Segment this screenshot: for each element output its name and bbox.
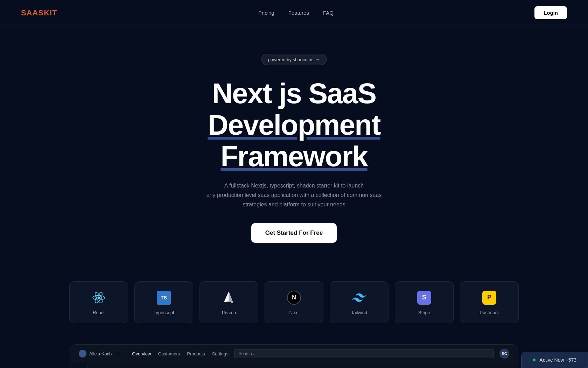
nav-faq[interactable]: FAQ [323,10,334,16]
status-text: Active Now +573 [540,357,576,363]
dashboard-main: Dashboard 📅 Jan 20, 2023 - Feb 09, 2023 … [88,363,518,368]
status-dot [533,359,536,361]
svg-point-0 [98,296,100,299]
main-nav: Pricing Features FAQ [258,10,334,16]
tech-card-prisma[interactable]: Prisma [200,281,258,323]
react-icon [91,290,107,306]
hero-title-line2: Development Framework [208,109,380,172]
tech-label-postmark: Postmark [480,310,499,315]
hero-subtitle-line2: any production level saas application wi… [206,192,382,207]
tech-card-react[interactable]: React [69,281,128,323]
nav-features[interactable]: Features [288,10,309,16]
hero-title-line1: Next js SaaS [212,77,376,109]
user-name: Alicia Koch [89,351,112,356]
tech-label-stripe: Stripe [418,310,430,315]
tech-card-typescript[interactable]: TS Typescript [134,281,193,323]
powered-badge[interactable]: powered by shadcn ui → [261,54,327,65]
prisma-icon [221,290,237,306]
tech-stack-section: React TS Typescript Prisma N Next Tai [0,264,588,337]
logo-part2: KIT [44,8,57,17]
tech-label-tailwind: Tailwind [351,310,367,315]
status-bar: Active Now +573 [521,352,588,368]
dashboard-sidebar: K 🏠 🛒 🌍 👤 💬 [70,363,88,368]
tech-card-next[interactable]: N Next [265,281,323,323]
dashboard-body: K 🏠 🛒 🌍 👤 💬 Dashboard 📅 Jan 20, 2023 - F… [70,363,518,368]
hero-subtitle-line1: A fullstack Nextjs, typescript, shadcn s… [224,183,364,189]
logo: SAASKIT [21,8,57,17]
tech-label-next: Next [289,310,299,315]
hero-subtitle: A fullstack Nextjs, typescript, shadcn s… [196,181,392,210]
tailwind-icon [351,290,367,306]
dashboard-preview: Alicia Koch ⋮ Overview Customers Product… [70,344,518,368]
tech-label-typescript: Typescript [153,310,174,315]
hero-title: Next js SaaS Development Framework [136,78,451,172]
badge-arrow: → [315,57,320,62]
dash-nav-products[interactable]: Products [187,351,205,356]
dashboard-user: Alicia Koch ⋮ [79,350,121,358]
cta-button[interactable]: Get Started For Free [251,223,337,243]
tech-card-stripe[interactable]: S Stripe [395,281,454,323]
login-button[interactable]: Login [534,6,567,19]
stripe-icon: S [416,290,432,306]
dash-nav-customers[interactable]: Customers [158,351,180,356]
dash-nav-settings[interactable]: Settings [212,351,229,356]
nav-pricing[interactable]: Pricing [258,10,274,16]
header: SAASKIT Pricing Features FAQ Login [0,0,588,26]
dash-nav-overview[interactable]: Overview [132,351,151,356]
user-avatar [79,350,86,358]
powered-badge-text: powered by shadcn ui [268,57,312,62]
postmark-icon: P [481,290,497,306]
tech-label-react: React [93,310,105,315]
tech-card-tailwind[interactable]: Tailwind [330,281,388,323]
hero-section: powered by shadcn ui → Next js SaaS Deve… [0,26,588,264]
typescript-icon: TS [156,290,172,306]
user-initials-badge: SC [499,349,509,359]
logo-part1: SAAS [21,8,44,17]
user-menu-dots[interactable]: ⋮ [115,351,121,357]
dashboard-search[interactable] [234,349,494,358]
dashboard-topbar: Alicia Koch ⋮ Overview Customers Product… [70,345,518,363]
tech-label-prisma: Prisma [222,310,236,315]
tech-card-postmark[interactable]: P Postmark [460,281,519,323]
next-icon: N [286,290,302,306]
dashboard-nav-links: Overview Customers Products Settings [132,351,228,356]
